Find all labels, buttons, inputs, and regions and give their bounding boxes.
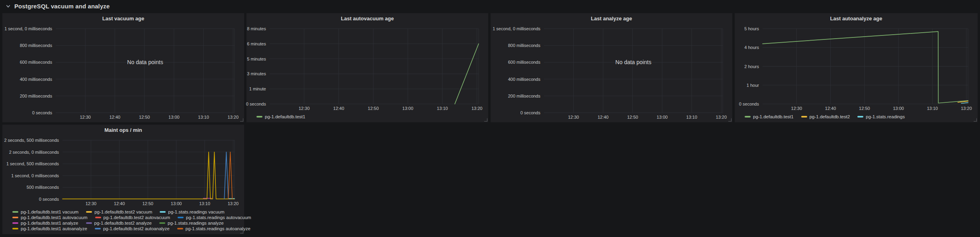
plot-region[interactable]: 8 minutes6 minutes5 minutes3 minutes1 mi… — [270, 29, 479, 104]
legend-label: pg-1.defaultdb.test2 vacuum — [94, 210, 152, 214]
panel-title[interactable]: Last autovacuum age — [246, 13, 488, 24]
series-color-icon — [12, 222, 18, 224]
plot-grid — [270, 29, 479, 104]
x-axis-label: 12:30 — [86, 201, 97, 206]
panel-title[interactable]: Last analyze age — [491, 13, 732, 24]
legend-row: pg-1.defaultdb.test1 — [256, 114, 485, 119]
series-color-icon — [178, 217, 184, 218]
y-axis-label: 6 minutes — [247, 41, 266, 46]
chart-area[interactable]: 2 seconds, 500 milliseconds2 seconds, 0 … — [63, 140, 235, 208]
y-axis-label: 200 milliseconds — [20, 94, 52, 98]
y-axis-label: 600 milliseconds — [20, 60, 52, 65]
series-color-icon — [177, 228, 183, 229]
series-color-icon — [95, 217, 101, 218]
panel-resize-handle[interactable] — [974, 118, 977, 121]
x-axis-label: 12:40 — [825, 106, 836, 111]
x-axis-label: 12:50 — [627, 115, 638, 119]
panel-resize-handle[interactable] — [240, 118, 243, 121]
dashboard-row-header[interactable]: PostgreSQL vacuum and analyze — [0, 0, 980, 12]
panel-last-autovacuum-age: Last autovacuum age 8 minutes6 minutes5 … — [246, 13, 488, 122]
panel-resize-handle[interactable] — [484, 118, 487, 121]
series-color-icon — [12, 217, 18, 218]
x-axis-label: 13:00 — [168, 115, 180, 119]
y-axis-label: 1 minute — [249, 86, 266, 91]
y-axis-label: 2 seconds, 0 milliseconds — [9, 150, 59, 155]
series-color-icon — [801, 116, 807, 118]
legend: pg-1.defaultdb.test1pg-1.defaultdb.test2… — [735, 114, 978, 122]
legend-row: pg-1.defaultdb.test1 analyzepg-1.default… — [12, 221, 241, 225]
legend-label: pg-1.defaultdb.test1 — [753, 114, 794, 119]
x-axis: 12:3012:4012:5013:0013:1013:20 — [763, 104, 968, 113]
legend-item[interactable]: pg-1.defaultdb.test2 autoanalyze — [95, 226, 170, 231]
panel-resize-handle[interactable] — [240, 230, 243, 233]
legend-label: pg-1.defaultdb.test2 autoanalyze — [103, 226, 170, 231]
x-axis-label: 13:10 — [686, 115, 697, 119]
x-axis-label: 13:20 — [228, 201, 239, 206]
legend-item[interactable]: pg-1.defaultdb.test1 vacuum — [12, 210, 78, 214]
chart-area[interactable]: 1 second, 0 milliseconds800 milliseconds… — [56, 29, 235, 121]
legend-item[interactable]: pg-1.defaultdb.test1 autovacuum — [12, 215, 88, 220]
y-axis-label: 2 hours — [744, 64, 759, 69]
plot-grid — [544, 29, 723, 113]
legend-label: pg-1.defaultdb.test2 — [810, 114, 850, 119]
panel-resize-handle[interactable] — [728, 118, 732, 121]
panel-title[interactable]: Maint ops / min — [2, 125, 244, 135]
panel-last-vacuum-age: Last vacuum age 1 second, 0 milliseconds… — [2, 13, 244, 122]
legend-item[interactable]: pg-1.stats.readings vacuum — [160, 210, 224, 214]
legend-label: pg-1.defaultdb.test1 — [265, 114, 305, 119]
chart-area[interactable]: 5 hours4 hours2 hours1 hour0 seconds 12:… — [763, 29, 968, 113]
legend-item[interactable]: pg-1.stats.readings analyze — [159, 221, 224, 225]
legend-item[interactable]: pg-1.defaultdb.test1 — [745, 114, 794, 119]
plot-region[interactable]: 2 seconds, 500 milliseconds2 seconds, 0 … — [63, 140, 235, 199]
x-axis-label: 13:20 — [471, 106, 483, 111]
y-axis-label: 0 seconds — [39, 197, 59, 202]
x-axis-label: 12:40 — [114, 201, 125, 206]
y-axis-label: 5 minutes — [247, 57, 266, 61]
panel-last-analyze-age: Last analyze age 1 second, 0 millisecond… — [491, 13, 732, 122]
x-axis-label: 12:50 — [859, 106, 870, 111]
y-axis-label: 0 seconds — [739, 102, 759, 106]
legend-row: pg-1.defaultdb.test1 autovacuumpg-1.defa… — [12, 215, 241, 220]
chart-area[interactable]: 8 minutes6 minutes5 minutes3 minutes1 mi… — [270, 29, 479, 113]
panel-last-autoanalyze-age: Last autoanalyze age 5 hours4 hours2 hou… — [735, 13, 978, 122]
series-color-icon — [159, 222, 165, 224]
legend-item[interactable]: pg-1.defaultdb.test1 autoanalyze — [12, 226, 87, 231]
x-axis-label: 12:30 — [299, 106, 310, 111]
legend-label: pg-1.stats.readings — [866, 114, 905, 119]
panel-title[interactable]: Last autoanalyze age — [735, 13, 978, 24]
plot-grid — [763, 29, 968, 104]
legend-item[interactable]: pg-1.stats.readings — [857, 114, 905, 119]
legend-item[interactable]: pg-1.defaultdb.test1 — [256, 114, 305, 119]
y-axis-label: 0 seconds — [32, 110, 52, 115]
series-line — [961, 103, 968, 104]
y-axis-label: 600 milliseconds — [508, 60, 540, 65]
legend-item[interactable]: pg-1.defaultdb.test2 — [801, 114, 850, 119]
legend-item[interactable]: pg-1.stats.readings autovacuum — [178, 215, 251, 220]
x-axis-label: 13:00 — [893, 106, 904, 111]
y-axis-label: 8 minutes — [247, 26, 266, 31]
plot-grid — [63, 140, 235, 199]
series-color-icon — [857, 116, 863, 118]
legend-item[interactable]: pg-1.defaultdb.test1 analyze — [12, 221, 78, 225]
x-axis-label: 12:30 — [568, 115, 579, 119]
series-color-icon — [86, 222, 92, 224]
legend-item[interactable]: pg-1.defaultdb.test2 autovacuum — [95, 215, 170, 220]
chevron-down-icon — [6, 4, 11, 9]
legend-item[interactable]: pg-1.defaultdb.test2 vacuum — [86, 210, 152, 214]
legend-item[interactable]: pg-1.stats.readings autoanalyze — [177, 226, 250, 231]
plot-region[interactable]: 1 second, 0 milliseconds800 milliseconds… — [56, 29, 235, 113]
y-axis-label: 200 milliseconds — [508, 94, 540, 98]
x-axis-label: 13:10 — [198, 115, 209, 119]
chart-area[interactable]: 1 second, 0 milliseconds800 milliseconds… — [544, 29, 723, 121]
legend-item[interactable]: pg-1.defaultdb.test2 analyze — [86, 221, 152, 225]
legend-label: pg-1.stats.readings vacuum — [168, 210, 224, 214]
y-axis-label: 5 hours — [744, 26, 759, 31]
plot-region[interactable]: 1 second, 0 milliseconds800 milliseconds… — [544, 29, 723, 113]
plot-region[interactable]: 5 hours4 hours2 hours1 hour0 seconds — [763, 29, 968, 104]
x-axis-label: 13:20 — [716, 115, 727, 119]
legend-row: pg-1.defaultdb.test1 autoanalyzepg-1.def… — [12, 226, 241, 231]
y-axis-label: 1 second, 0 milliseconds — [4, 26, 52, 31]
no-data-text: No data points — [127, 59, 163, 65]
legend-row: pg-1.defaultdb.test1 vacuumpg-1.defaultd… — [12, 210, 241, 214]
panel-title[interactable]: Last vacuum age — [2, 13, 244, 24]
